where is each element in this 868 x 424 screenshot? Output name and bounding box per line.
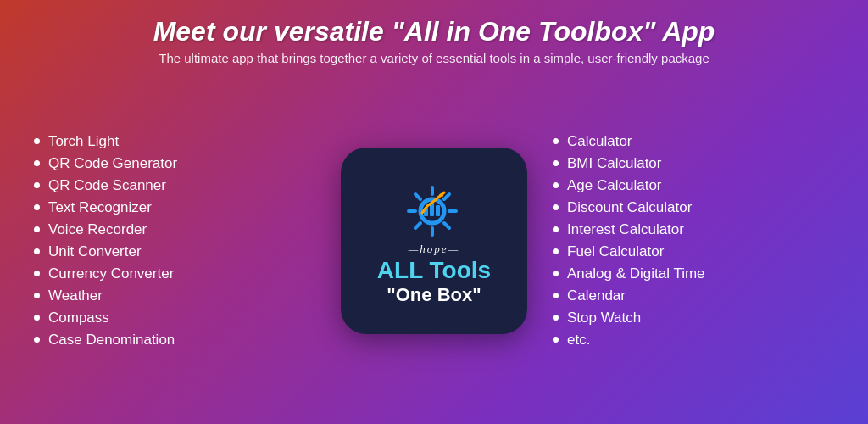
right-feature-list: CalculatorBMI CalculatorAge CalculatorDi… xyxy=(553,133,834,349)
list-item: Interest Calculator xyxy=(553,221,834,238)
list-item: Text Recognizer xyxy=(34,199,315,216)
bullet-icon xyxy=(553,248,559,254)
app-logo-container: —hope— ALL Tools "One Box" xyxy=(332,148,536,334)
bullet-icon xyxy=(553,315,559,321)
header-section: Meet our versatile "All in One Toolbox" … xyxy=(34,15,834,65)
list-item: Analog & Digital Time xyxy=(553,265,834,282)
svg-line-8 xyxy=(415,223,420,228)
bullet-icon xyxy=(553,182,559,188)
svg-line-6 xyxy=(444,223,449,228)
list-item-label: Stop Watch xyxy=(567,310,641,326)
list-item: Compass xyxy=(34,310,315,326)
list-item: Calendar xyxy=(553,287,834,304)
list-item-label: QR Code Generator xyxy=(48,155,177,172)
main-title: Meet our versatile "All in One Toolbox" … xyxy=(34,15,834,47)
list-item-label: Torch Light xyxy=(48,133,119,150)
app-logo: —hope— ALL Tools "One Box" xyxy=(341,148,527,334)
bullet-icon xyxy=(34,204,40,210)
list-item-label: Case Denomination xyxy=(48,332,175,349)
main-content: Torch LightQR Code GeneratorQR Code Scan… xyxy=(34,72,834,409)
bullet-icon xyxy=(34,315,40,321)
list-item: QR Code Generator xyxy=(34,155,315,172)
svg-rect-11 xyxy=(436,205,440,216)
bullet-icon xyxy=(34,293,40,298)
list-item: QR Code Scanner xyxy=(34,177,315,194)
bullet-icon xyxy=(553,138,559,144)
bullet-icon xyxy=(553,293,559,298)
logo-icon-area xyxy=(387,175,481,243)
list-item-label: Text Recognizer xyxy=(48,199,152,216)
list-item-label: BMI Calculator xyxy=(567,155,661,172)
list-item-label: Interest Calculator xyxy=(567,221,684,238)
list-item: Torch Light xyxy=(34,133,315,150)
list-item: Calculator xyxy=(553,133,834,150)
list-item: Case Denomination xyxy=(34,332,315,349)
list-item-label: etc. xyxy=(567,332,590,349)
list-item-label: Currency Converter xyxy=(48,265,174,282)
list-item-label: Age Calculator xyxy=(567,177,662,194)
bullet-icon xyxy=(34,248,40,254)
bullet-icon xyxy=(34,160,40,166)
logo-subtitle: "One Box" xyxy=(387,284,481,306)
bullet-icon xyxy=(34,337,40,343)
list-item: Stop Watch xyxy=(553,310,834,326)
bullet-icon xyxy=(553,204,559,210)
list-item: Weather xyxy=(34,287,315,304)
list-item: Currency Converter xyxy=(34,265,315,282)
svg-line-5 xyxy=(415,194,420,199)
page-container: Meet our versatile "All in One Toolbox" … xyxy=(0,0,868,424)
list-item: Age Calculator xyxy=(553,177,834,194)
list-item: etc. xyxy=(553,332,834,349)
list-item: BMI Calculator xyxy=(553,155,834,172)
left-feature-list: Torch LightQR Code GeneratorQR Code Scan… xyxy=(34,133,315,349)
bullet-icon xyxy=(553,160,559,166)
bullet-icon xyxy=(34,138,40,144)
list-item-label: Discount Calculator xyxy=(567,199,692,216)
bullet-icon xyxy=(553,337,559,343)
list-item: Unit Converter xyxy=(34,243,315,260)
subtitle-text: The ultimate app that brings together a … xyxy=(34,51,834,65)
svg-line-7 xyxy=(444,194,449,199)
list-item-label: Calendar xyxy=(567,287,626,304)
bullet-icon xyxy=(34,182,40,188)
list-item-label: Analog & Digital Time xyxy=(567,265,705,282)
bullet-icon xyxy=(34,271,40,276)
bullet-icon xyxy=(553,226,559,232)
list-item: Discount Calculator xyxy=(553,199,834,216)
list-item-label: Calculator xyxy=(567,133,632,150)
bullet-icon xyxy=(553,271,559,276)
bullet-icon xyxy=(34,226,40,232)
list-item-label: Fuel Calculator xyxy=(567,243,664,260)
list-item: Voice Recorder xyxy=(34,221,315,238)
list-item-label: Voice Recorder xyxy=(48,221,147,238)
logo-hope-text: —hope— xyxy=(409,243,459,256)
logo-title: ALL Tools xyxy=(377,258,491,284)
list-item-label: Unit Converter xyxy=(48,243,142,260)
list-item-label: Weather xyxy=(48,287,103,304)
list-item: Fuel Calculator xyxy=(553,243,834,260)
list-item-label: QR Code Scanner xyxy=(48,177,166,194)
list-item-label: Compass xyxy=(48,310,109,326)
